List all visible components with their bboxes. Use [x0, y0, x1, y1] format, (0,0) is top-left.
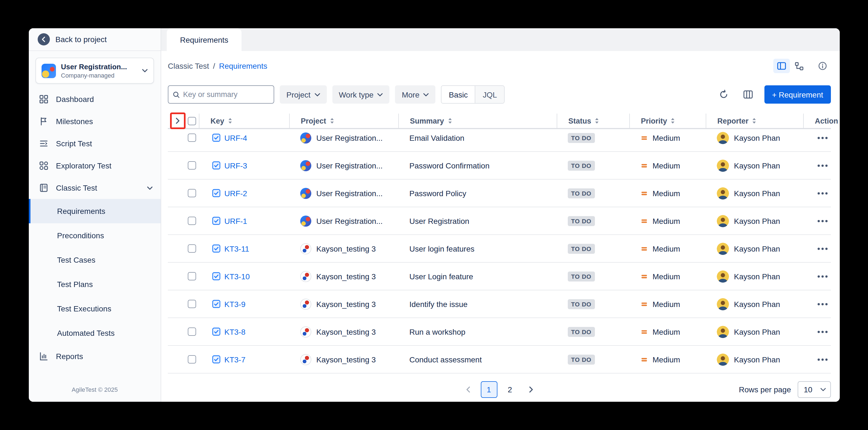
- table-row: URF-4 User Registration... Email Validat…: [168, 129, 831, 152]
- row-actions-button[interactable]: [814, 326, 831, 337]
- reporter-name: Kayson Phan: [734, 327, 780, 336]
- row-checkbox[interactable]: [187, 355, 196, 364]
- sort-icon: [330, 118, 335, 124]
- issue-key-link[interactable]: KT3-8: [224, 327, 245, 336]
- tree-view-button[interactable]: [791, 59, 808, 73]
- column-header-label: Project: [301, 117, 326, 125]
- row-actions-button[interactable]: [814, 215, 831, 226]
- column-header-reporter[interactable]: Reporter: [706, 114, 803, 128]
- row-checkbox[interactable]: [187, 189, 196, 197]
- sidebar-subitem-test-plans[interactable]: Test Plans: [29, 272, 161, 297]
- row-actions-button[interactable]: [814, 160, 831, 171]
- expand-all-button[interactable]: [172, 115, 183, 126]
- rows-per-page-select[interactable]: 10: [798, 381, 831, 398]
- requirement-type-icon: [212, 189, 220, 197]
- row-checkbox[interactable]: [187, 300, 196, 308]
- sort-icon: [595, 118, 600, 124]
- requirement-type-icon: [212, 161, 220, 170]
- requirement-type-icon: [212, 300, 220, 308]
- refresh-button[interactable]: [716, 87, 732, 102]
- search-input[interactable]: [183, 90, 269, 99]
- issue-key-link[interactable]: KT3-10: [224, 272, 250, 281]
- page-1-button[interactable]: 1: [480, 381, 497, 398]
- row-checkbox[interactable]: [187, 272, 196, 280]
- issue-summary: User Login feature: [398, 263, 557, 290]
- sidebar-subitem-test-cases[interactable]: Test Cases: [29, 248, 161, 272]
- column-header-label: Status: [568, 117, 591, 125]
- sidebar-item-script-test[interactable]: Script Test: [29, 132, 161, 155]
- column-header-status[interactable]: Status: [557, 114, 629, 128]
- issue-summary: User login features: [398, 235, 557, 262]
- view-toggle: [773, 59, 808, 73]
- issue-key-link[interactable]: KT3-11: [224, 244, 249, 253]
- breadcrumb-current[interactable]: Requirements: [219, 62, 267, 70]
- tab-requirements[interactable]: Requirements: [167, 28, 242, 51]
- prev-page-button[interactable]: [460, 381, 476, 398]
- issue-key-link[interactable]: URF-3: [224, 161, 247, 170]
- column-header-label: Reporter: [717, 117, 749, 125]
- issue-key-link[interactable]: URF-2: [224, 189, 247, 197]
- sidebar-item-classic-test[interactable]: Classic Test: [29, 177, 161, 199]
- more-filter-dropdown[interactable]: More: [395, 85, 436, 103]
- list-view-button[interactable]: [773, 59, 790, 73]
- reporter-avatar: [717, 132, 729, 144]
- column-header-summary[interactable]: Summary: [398, 114, 557, 128]
- row-checkbox[interactable]: [187, 328, 196, 336]
- sidebar-item-milestones[interactable]: Milestones: [29, 110, 161, 132]
- jql-mode-button[interactable]: JQL: [475, 86, 504, 103]
- row-actions-button[interactable]: [814, 298, 831, 309]
- priority-medium-icon: [640, 328, 648, 336]
- sidebar-item-label: Dashboard: [56, 95, 153, 103]
- sidebar-subitem-preconditions[interactable]: Preconditions: [29, 223, 161, 248]
- row-actions-button[interactable]: [814, 188, 831, 198]
- column-header-priority[interactable]: Priority: [629, 114, 706, 128]
- project-switcher[interactable]: User Registration... Company-managed: [35, 58, 154, 84]
- select-all-checkbox[interactable]: [187, 117, 196, 125]
- row-checkbox[interactable]: [187, 244, 196, 253]
- table-body: URF-4 User Registration... Email Validat…: [168, 129, 831, 375]
- column-header-key[interactable]: Key: [199, 114, 289, 128]
- breadcrumb-parent[interactable]: Classic Test: [168, 62, 209, 70]
- sidebar-item-exploratory-test[interactable]: Exploratory Test: [29, 155, 161, 177]
- next-page-button[interactable]: [523, 381, 539, 398]
- info-button[interactable]: [814, 59, 831, 73]
- basic-mode-button[interactable]: Basic: [442, 86, 475, 103]
- search-icon: [173, 91, 180, 98]
- sidebar-footer: AgileTest © 2025: [29, 386, 161, 402]
- row-actions-button[interactable]: [814, 243, 831, 254]
- add-requirement-button[interactable]: + Requirement: [765, 85, 831, 103]
- rows-per-page-label: Rows per page: [739, 385, 791, 394]
- row-checkbox[interactable]: [187, 217, 196, 225]
- sidebar-subitem-test-executions[interactable]: Test Executions: [29, 297, 161, 321]
- sidebar-item-reports[interactable]: Reports: [29, 345, 161, 367]
- row-actions-button[interactable]: [814, 132, 831, 143]
- back-to-project-button[interactable]: Back to project: [29, 28, 161, 51]
- page-2-button[interactable]: 2: [502, 381, 518, 398]
- columns-button[interactable]: [740, 87, 757, 102]
- issue-key-link[interactable]: URF-1: [224, 216, 247, 225]
- priority-label: Medium: [653, 189, 680, 197]
- issue-key-link[interactable]: URF-4: [224, 133, 247, 142]
- reporter-avatar: [717, 326, 729, 338]
- issue-summary: Email Validation: [398, 129, 557, 151]
- column-header-project[interactable]: Project: [289, 114, 398, 128]
- sidebar-subitem-automated-tests[interactable]: Automated Tests: [29, 321, 161, 345]
- project-avatar: [300, 215, 311, 226]
- row-checkbox[interactable]: [187, 161, 196, 170]
- row-checkbox[interactable]: [187, 133, 196, 142]
- chevron-left-icon: [466, 386, 470, 393]
- issue-key-link[interactable]: KT3-9: [224, 300, 245, 308]
- status-badge: TO DO: [568, 355, 595, 364]
- row-actions-button[interactable]: [814, 271, 831, 282]
- work-type-filter-dropdown[interactable]: Work type: [332, 85, 390, 103]
- query-mode-toggle: Basic JQL: [441, 85, 505, 103]
- reporter-name: Kayson Phan: [734, 161, 780, 170]
- table-header: Key Project Summary Status: [168, 114, 831, 129]
- sidebar-subitem-requirements[interactable]: Requirements: [29, 199, 161, 223]
- issue-key-link[interactable]: KT3-7: [224, 355, 245, 364]
- filter-toolbar: Project Work type More Basic JQL: [168, 85, 831, 103]
- issue-summary: Password Policy: [398, 180, 557, 207]
- sidebar-item-dashboard[interactable]: Dashboard: [29, 88, 161, 110]
- project-filter-dropdown[interactable]: Project: [280, 85, 327, 103]
- row-actions-button[interactable]: [814, 354, 831, 365]
